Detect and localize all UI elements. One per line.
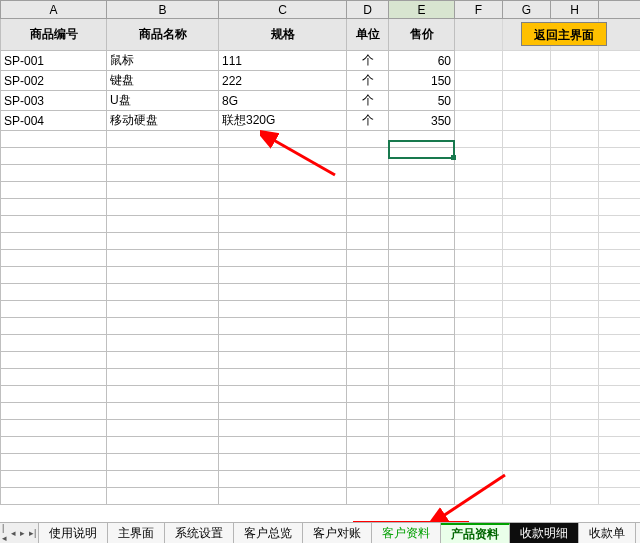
table-row bbox=[1, 488, 641, 505]
table-row bbox=[1, 267, 641, 284]
table-row: SP-004 移动硬盘 联想320G 个 350 bbox=[1, 111, 641, 131]
header-spec: 规格 bbox=[219, 19, 347, 51]
table-row bbox=[1, 386, 641, 403]
tab-settings[interactable]: 系统设置 bbox=[165, 523, 234, 543]
tab-nav-buttons[interactable]: |◂ ◂ ▸ ▸| bbox=[0, 523, 39, 543]
cell-price[interactable]: 60 bbox=[389, 51, 455, 71]
cell-unit[interactable]: 个 bbox=[347, 91, 389, 111]
tab-sales[interactable]: 销售 bbox=[636, 523, 640, 543]
table-row bbox=[1, 471, 641, 488]
cell-product-id[interactable]: SP-002 bbox=[1, 71, 107, 91]
tab-payment-detail[interactable]: 收款明细 bbox=[510, 523, 579, 543]
table-row bbox=[1, 301, 641, 318]
table-row bbox=[1, 403, 641, 420]
return-main-button[interactable]: 返回主界面 bbox=[521, 22, 607, 46]
tab-nav-last-icon[interactable]: ▸| bbox=[27, 528, 38, 538]
header-unit: 单位 bbox=[347, 19, 389, 51]
tab-customer-info[interactable]: 客户资料 bbox=[372, 523, 441, 543]
cell-unit[interactable]: 个 bbox=[347, 51, 389, 71]
cell-unit[interactable]: 个 bbox=[347, 111, 389, 131]
cell-spec[interactable]: 联想320G bbox=[219, 111, 347, 131]
table-row bbox=[1, 454, 641, 471]
table-row: SP-003 U盘 8G 个 50 bbox=[1, 91, 641, 111]
tab-main[interactable]: 主界面 bbox=[108, 523, 165, 543]
header-price: 售价 bbox=[389, 19, 455, 51]
col-letter[interactable]: H bbox=[551, 1, 599, 19]
table-row bbox=[1, 165, 641, 182]
table-row bbox=[1, 199, 641, 216]
cell-price[interactable]: 150 bbox=[389, 71, 455, 91]
table-row bbox=[1, 250, 641, 267]
col-letter[interactable]: G bbox=[503, 1, 551, 19]
cell-product-name[interactable]: 鼠标 bbox=[107, 51, 219, 71]
table-row bbox=[1, 148, 641, 165]
cell-product-id[interactable]: SP-004 bbox=[1, 111, 107, 131]
tab-nav-next-icon[interactable]: ▸ bbox=[18, 528, 27, 538]
table-row bbox=[1, 182, 641, 199]
col-letter[interactable]: E bbox=[389, 1, 455, 19]
col-letter[interactable]: F bbox=[455, 1, 503, 19]
cell-empty[interactable] bbox=[455, 19, 503, 51]
table-row: SP-002 键盘 222 个 150 bbox=[1, 71, 641, 91]
cell-price[interactable]: 50 bbox=[389, 91, 455, 111]
cell-spec[interactable]: 111 bbox=[219, 51, 347, 71]
table-row bbox=[1, 284, 641, 301]
col-letter[interactable]: D bbox=[347, 1, 389, 19]
sheet-tab-bar: |◂ ◂ ▸ ▸| 使用说明 主界面 系统设置 客户总览 客户对账 客户资料 产… bbox=[0, 522, 640, 543]
tab-nav-prev-icon[interactable]: ◂ bbox=[9, 528, 18, 538]
cell-product-name[interactable]: U盘 bbox=[107, 91, 219, 111]
col-letter[interactable]: C bbox=[219, 1, 347, 19]
cell-spec[interactable]: 8G bbox=[219, 91, 347, 111]
cell-product-id[interactable]: SP-003 bbox=[1, 91, 107, 111]
table-row bbox=[1, 352, 641, 369]
tab-usage[interactable]: 使用说明 bbox=[39, 523, 108, 543]
spreadsheet-grid[interactable]: A B C D E F G H 商品编号 商品名称 规格 单位 售价 SP-00… bbox=[0, 0, 640, 505]
header-product-name: 商品名称 bbox=[107, 19, 219, 51]
col-letter[interactable]: B bbox=[107, 1, 219, 19]
table-row bbox=[1, 437, 641, 454]
table-row bbox=[1, 335, 641, 352]
header-product-code: 商品编号 bbox=[1, 19, 107, 51]
tab-product-info[interactable]: 产品资料 bbox=[441, 523, 510, 543]
cell-product-id[interactable]: SP-001 bbox=[1, 51, 107, 71]
table-row bbox=[1, 369, 641, 386]
table-row bbox=[1, 131, 641, 148]
table-row bbox=[1, 216, 641, 233]
column-letters-row: A B C D E F G H bbox=[1, 1, 641, 19]
table-row bbox=[1, 420, 641, 437]
table-row bbox=[1, 233, 641, 250]
cell-price[interactable]: 350 bbox=[389, 111, 455, 131]
col-letter[interactable]: A bbox=[1, 1, 107, 19]
cell-unit[interactable]: 个 bbox=[347, 71, 389, 91]
tab-nav-first-icon[interactable]: |◂ bbox=[0, 523, 9, 543]
cell-product-name[interactable]: 移动硬盘 bbox=[107, 111, 219, 131]
tab-customer-overview[interactable]: 客户总览 bbox=[234, 523, 303, 543]
cell-spec[interactable]: 222 bbox=[219, 71, 347, 91]
table-row: SP-001 鼠标 111 个 60 bbox=[1, 51, 641, 71]
tab-customer-reconcile[interactable]: 客户对账 bbox=[303, 523, 372, 543]
table-row bbox=[1, 318, 641, 335]
cell-product-name[interactable]: 键盘 bbox=[107, 71, 219, 91]
tab-payment-receipt[interactable]: 收款单 bbox=[579, 523, 636, 543]
col-letter[interactable] bbox=[599, 1, 641, 19]
